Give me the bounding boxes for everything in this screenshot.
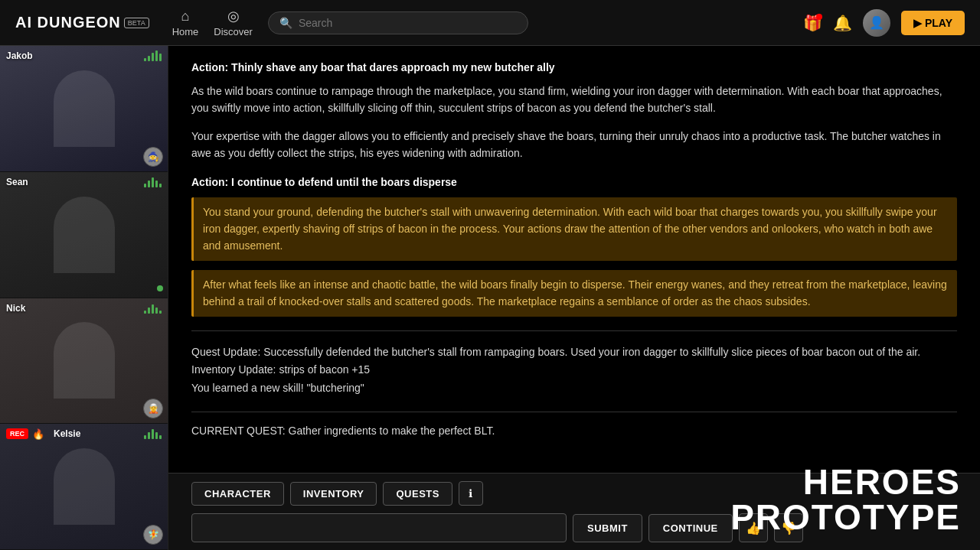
bar: [144, 58, 146, 61]
person-silhouette-kelsie: [54, 448, 115, 525]
skill-learned-text: You learned a new skill! "butchering": [191, 379, 957, 398]
feed-avatar-kelsie: 🧚: [143, 525, 163, 545]
quest-update-text: Quest Update: Successfully defended the …: [191, 343, 957, 362]
feed-label-kelsie: Kelsie: [54, 428, 80, 439]
highlighted-text-2: After what feels like an intense and cha…: [191, 270, 957, 317]
bar: [148, 181, 150, 187]
video-feed-nick: Nick 🧝: [0, 298, 168, 425]
gift-button[interactable]: 🎁: [803, 14, 822, 32]
inventory-button[interactable]: INVENTORY: [290, 482, 377, 506]
feed-bars-nick: [144, 303, 162, 314]
submit-button[interactable]: SUBMIT: [573, 514, 642, 542]
bar: [152, 304, 154, 314]
bar: [152, 429, 154, 439]
story-block-updates: Quest Update: Successfully defended the …: [191, 343, 957, 398]
feed-bg-sean: [0, 172, 168, 298]
nav-home-label: Home: [172, 26, 199, 37]
feed-bars-jakob: [144, 50, 162, 61]
feed-bg-jakob: [0, 46, 168, 171]
feed-bars-kelsie: [144, 428, 162, 439]
current-quest-text: CURRENT QUEST: Gather ingredients to mak…: [191, 425, 957, 437]
action-text-2: Action: I continue to defend until the b…: [191, 176, 957, 188]
bar: [155, 432, 158, 439]
gift-notif-dot: [816, 14, 822, 20]
video-feed-jakob: Jakob 🧙: [0, 46, 168, 172]
header-right: 🎁 🔔 👤 ▶ PLAY: [803, 9, 965, 37]
search-input[interactable]: [299, 17, 517, 29]
character-button[interactable]: CHARACTER: [191, 482, 284, 506]
home-icon: ⌂: [181, 8, 190, 24]
bar: [144, 184, 146, 187]
narrative-text-1: As the wild boars continue to rampage th…: [191, 83, 957, 117]
story-input[interactable]: [191, 513, 567, 542]
logo-area: AI DUNGEON BETA: [15, 14, 149, 31]
feed-label-nick: Nick: [6, 303, 25, 314]
nav-discover[interactable]: ◎ Discover: [214, 8, 253, 37]
feed-label-sean: Sean: [6, 177, 28, 187]
bar: [159, 184, 162, 187]
bar: [159, 54, 162, 61]
bar: [155, 50, 158, 61]
bar: [159, 435, 162, 439]
highlighted-text-1: You stand your ground, defending the but…: [191, 197, 957, 261]
feed-avatar-jakob: 🧙: [143, 147, 163, 167]
bar: [155, 181, 158, 187]
logo: AI DUNGEON: [15, 14, 121, 31]
inventory-update-text: Inventory Update: strips of bacon +15: [191, 361, 957, 379]
story-block-2: Action: I continue to defend until the b…: [191, 176, 957, 317]
feed-bars-sean: [144, 177, 162, 187]
info-icon: ℹ: [469, 487, 472, 500]
left-panel: Jakob 🧙 Sean: [0, 46, 168, 550]
video-feed-sean: Sean: [0, 172, 168, 298]
discover-icon: ◎: [227, 8, 240, 24]
user-avatar[interactable]: 👤: [863, 9, 890, 37]
nav-discover-label: Discover: [214, 26, 253, 37]
divider-2: [191, 412, 957, 412]
nav-items: ⌂ Home ◎ Discover: [172, 8, 253, 37]
play-label: ▶ PLAY: [913, 17, 952, 29]
search-bar[interactable]: 🔍: [268, 11, 528, 34]
person-silhouette-sean: [54, 197, 115, 273]
info-button[interactable]: ℹ: [459, 481, 483, 506]
bar: [148, 308, 150, 314]
bar: [152, 53, 154, 61]
quests-button[interactable]: QUESTS: [383, 482, 452, 506]
rec-badge: REC: [6, 428, 28, 439]
bell-button[interactable]: 🔔: [833, 14, 852, 32]
online-dot-sean: [157, 285, 163, 291]
play-button[interactable]: ▶ PLAY: [901, 11, 965, 35]
feed-bg-kelsie: [0, 424, 168, 549]
beta-badge: BETA: [124, 18, 149, 28]
divider: [191, 330, 957, 331]
bar: [148, 432, 150, 439]
video-feed-kelsie: REC 🔥 Kelsie 🧚: [0, 424, 168, 550]
heroes-text: HEROES: [730, 464, 961, 500]
person-silhouette-jakob: [54, 70, 115, 147]
prototype-text: PROTOTYPE: [730, 500, 961, 535]
feed-label-jakob: Jakob: [6, 50, 33, 61]
fire-emoji: 🔥: [32, 428, 44, 440]
bar: [144, 311, 146, 314]
heroes-prototype-box: HEROES PROTOTYPE: [711, 449, 980, 550]
story-block-1: Action: Thinly shave any boar that dares…: [191, 61, 957, 162]
bar: [148, 56, 150, 61]
feed-bg-nick: [0, 298, 168, 424]
person-silhouette-nick: [54, 322, 115, 399]
action-text-1: Action: Thinly shave any boar that dares…: [191, 61, 957, 73]
bar: [159, 311, 162, 314]
nav-home[interactable]: ⌂ Home: [172, 8, 199, 37]
header: AI DUNGEON BETA ⌂ Home ◎ Discover 🔍 🎁 🔔 …: [0, 0, 980, 46]
bar: [155, 308, 158, 314]
narrative-text-2: Your expertise with the dagger allows yo…: [191, 128, 957, 162]
story-scroll[interactable]: Action: Thinly shave any boar that dares…: [168, 46, 980, 473]
bar: [152, 177, 154, 187]
search-icon: 🔍: [279, 17, 292, 29]
bar: [144, 435, 146, 439]
